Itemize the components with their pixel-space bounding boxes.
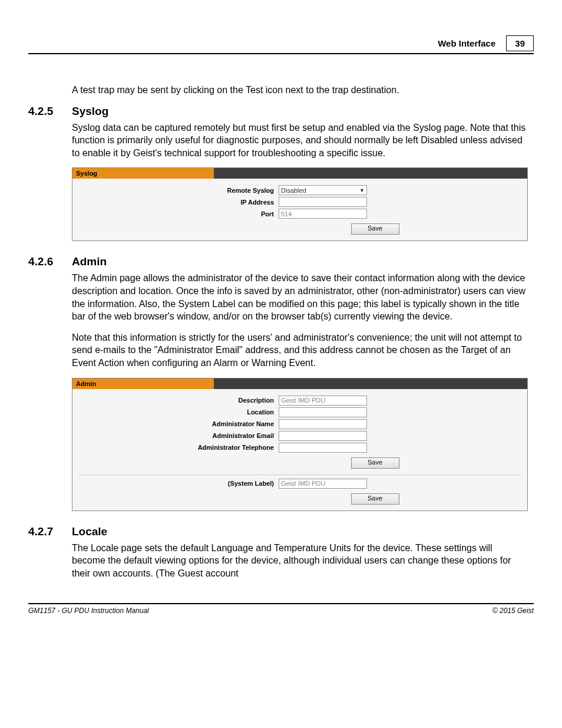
ip-address-label: IP Address — [78, 199, 279, 206]
section-number: 4.2.7 — [28, 525, 72, 538]
footer-left: GM1157 - GU PDU Instruction Manual — [28, 607, 149, 615]
header-section-title: Web Interface — [438, 38, 495, 48]
page-header: Web Interface 39 — [28, 35, 534, 54]
description-label: Description — [78, 397, 279, 404]
section-title: Locale — [72, 525, 107, 538]
syslog-paragraph: Syslog data can be captured remotely but… — [72, 121, 528, 160]
admin-paragraph-2: Note that this information is strictly f… — [72, 331, 528, 370]
port-input[interactable]: 514 — [279, 209, 367, 219]
admin-telephone-input[interactable] — [279, 443, 367, 453]
divider — [78, 475, 521, 475]
page-number: 39 — [506, 35, 534, 51]
section-title: Admin — [72, 255, 107, 268]
save-button[interactable]: Save — [351, 457, 399, 469]
admin-name-label: Administrator Name — [78, 420, 279, 427]
save-button[interactable]: Save — [351, 223, 399, 235]
admin-email-label: Administrator Email — [78, 432, 279, 439]
panel-header-bar — [214, 168, 527, 179]
ip-address-input[interactable] — [279, 197, 367, 207]
admin-paragraph-1: The Admin page allows the administrator … — [72, 272, 528, 322]
port-label: Port — [78, 210, 279, 218]
description-input[interactable]: Geist IMD PDU — [279, 396, 367, 406]
section-heading-locale: 4.2.7 Locale — [28, 525, 534, 538]
chevron-down-icon: ▼ — [359, 187, 365, 193]
footer-right: © 2015 Geist — [492, 607, 534, 615]
section-title: Syslog — [72, 105, 108, 118]
admin-panel: Admin Description Geist IMD PDU Location… — [72, 378, 528, 511]
section-heading-syslog: 4.2.5 Syslog — [28, 105, 534, 118]
admin-email-input[interactable] — [279, 431, 367, 441]
admin-name-input[interactable] — [279, 419, 367, 429]
locale-paragraph: The Locale page sets the default Languag… — [72, 542, 528, 580]
panel-header-bar — [214, 378, 527, 389]
remote-syslog-select[interactable]: Disabled ▼ — [279, 185, 367, 195]
syslog-panel: Syslog Remote Syslog Disabled ▼ IP Addre… — [72, 167, 528, 241]
intro-paragraph: A test trap may be sent by clicking on t… — [72, 84, 528, 97]
remote-syslog-label: Remote Syslog — [78, 187, 279, 194]
section-heading-admin: 4.2.6 Admin — [28, 255, 534, 268]
remote-syslog-value: Disabled — [281, 187, 306, 194]
section-number: 4.2.5 — [28, 105, 72, 118]
save-button[interactable]: Save — [351, 493, 399, 505]
section-number: 4.2.6 — [28, 255, 72, 268]
location-input[interactable] — [279, 407, 367, 417]
panel-tab-syslog: Syslog — [72, 168, 214, 179]
panel-tab-admin: Admin — [72, 378, 214, 389]
location-label: Location — [78, 409, 279, 416]
page-footer: GM1157 - GU PDU Instruction Manual © 201… — [28, 603, 534, 615]
system-label-label: (System Label) — [78, 480, 279, 487]
system-label-input[interactable]: Geist IMD PDU — [279, 479, 367, 489]
admin-telephone-label: Administrator Telephone — [78, 444, 279, 451]
